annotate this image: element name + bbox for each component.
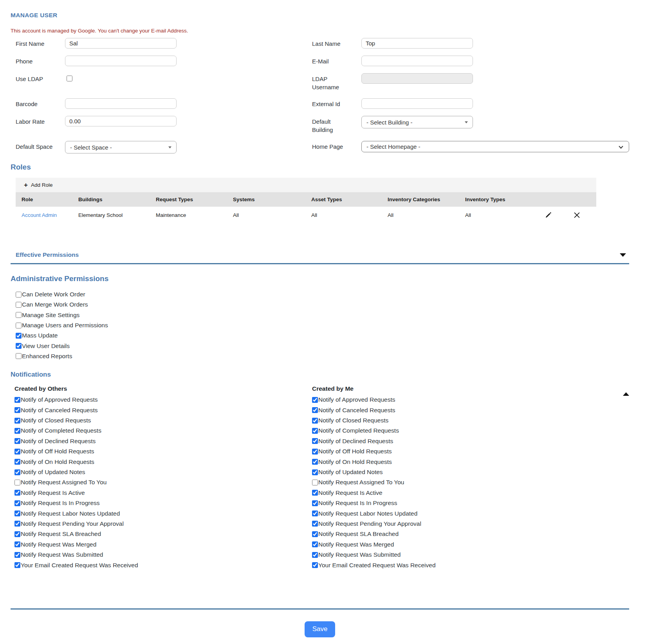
notification-checkbox[interactable]: [312, 407, 318, 413]
role-link[interactable]: Account Admin: [22, 212, 57, 218]
notification-item[interactable]: Notify of Off Hold Requests: [14, 446, 308, 456]
notification-item[interactable]: Notify of Canceled Requests: [312, 405, 629, 415]
notification-checkbox[interactable]: [14, 500, 20, 506]
notification-item[interactable]: Notify of Closed Requests: [14, 415, 308, 426]
notification-checkbox[interactable]: [312, 552, 318, 558]
notification-item[interactable]: Notify Request Pending Your Approval: [14, 519, 308, 529]
notification-checkbox[interactable]: [14, 428, 20, 434]
home-page-select[interactable]: - Select Homepage -: [361, 141, 629, 152]
notification-item[interactable]: Notify of Updated Notes: [14, 467, 308, 477]
edit-role-button[interactable]: [545, 212, 552, 218]
notification-checkbox[interactable]: [14, 562, 20, 568]
notification-item[interactable]: Notify Request Pending Your Approval: [312, 519, 629, 529]
notification-item[interactable]: Notify of Closed Requests: [312, 415, 629, 426]
default-space-select[interactable]: - Select Space -: [65, 141, 177, 153]
notification-checkbox[interactable]: [14, 438, 20, 444]
notification-item[interactable]: Notify of Approved Requests: [14, 395, 308, 405]
notification-item[interactable]: Notify of Declined Requests: [312, 436, 629, 446]
notification-checkbox[interactable]: [14, 531, 20, 537]
notification-checkbox[interactable]: [312, 511, 318, 516]
notification-item[interactable]: Notify of Completed Requests: [14, 426, 308, 436]
notification-item[interactable]: Notify of On Hold Requests: [312, 456, 629, 467]
notification-item[interactable]: Notify Request Labor Notes Updated: [14, 508, 308, 518]
notification-checkbox[interactable]: [312, 397, 318, 403]
default-building-select[interactable]: - Select Building -: [361, 116, 473, 128]
notification-checkbox[interactable]: [14, 511, 20, 516]
notification-checkbox[interactable]: [14, 469, 20, 475]
notification-checkbox[interactable]: [312, 459, 318, 465]
notification-item[interactable]: Notify of Completed Requests: [312, 426, 629, 436]
admin-permission-checkbox[interactable]: [16, 323, 22, 328]
add-role-button[interactable]: + Add Role: [24, 182, 52, 188]
notification-item[interactable]: Notify of On Hold Requests: [14, 456, 308, 467]
notification-item[interactable]: Notify Request Was Submitted: [14, 550, 308, 560]
notification-checkbox[interactable]: [312, 541, 318, 547]
notification-item[interactable]: Your Email Created Request Was Received: [14, 560, 308, 570]
notification-checkbox[interactable]: [312, 418, 318, 424]
notification-item[interactable]: Notify Request Labor Notes Updated: [312, 508, 629, 518]
admin-permission-item[interactable]: Manage Site Settings: [16, 310, 629, 320]
labor-rate-input[interactable]: [65, 116, 177, 126]
admin-permission-item[interactable]: Can Merge Work Orders: [16, 299, 629, 310]
admin-permission-item[interactable]: Can Delete Work Order: [16, 289, 629, 299]
notification-checkbox[interactable]: [312, 480, 318, 485]
notification-checkbox[interactable]: [14, 459, 20, 465]
admin-permission-item[interactable]: Manage Users and Permissions: [16, 320, 629, 330]
notification-checkbox[interactable]: [312, 562, 318, 568]
notification-item[interactable]: Notify Request SLA Breached: [14, 529, 308, 539]
email-input[interactable]: [361, 56, 473, 66]
notification-item[interactable]: Notify Request Is In Progress: [312, 498, 629, 508]
notification-checkbox[interactable]: [312, 469, 318, 475]
notification-checkbox[interactable]: [312, 531, 318, 537]
admin-permission-item[interactable]: View User Details: [16, 341, 629, 351]
notification-checkbox[interactable]: [14, 449, 20, 455]
notification-checkbox[interactable]: [14, 480, 20, 485]
notification-checkbox[interactable]: [312, 490, 318, 496]
notification-item[interactable]: Notify Request Is In Progress: [14, 498, 308, 508]
notification-checkbox[interactable]: [14, 418, 20, 424]
caret-down-icon[interactable]: [620, 253, 626, 257]
notification-checkbox[interactable]: [312, 521, 318, 527]
admin-permission-checkbox[interactable]: [16, 353, 22, 359]
notification-checkbox[interactable]: [14, 397, 20, 403]
notification-checkbox[interactable]: [312, 500, 318, 506]
notification-checkbox[interactable]: [14, 521, 20, 527]
admin-permission-item[interactable]: Enhanced Reports: [16, 351, 629, 361]
notification-item[interactable]: Notify of Off Hold Requests: [312, 446, 629, 456]
notification-item[interactable]: Notify Request Assigned To You: [312, 477, 629, 487]
notification-item[interactable]: Notify Request Was Merged: [312, 539, 629, 550]
notification-item[interactable]: Your Email Created Request Was Received: [312, 560, 629, 570]
notification-item[interactable]: Notify Request Was Submitted: [312, 550, 629, 560]
phone-input[interactable]: [65, 56, 177, 66]
notification-item[interactable]: Notify of Updated Notes: [312, 467, 629, 477]
first-name-input[interactable]: [65, 38, 177, 49]
notification-checkbox[interactable]: [14, 541, 20, 547]
notification-item[interactable]: Notify Request SLA Breached: [312, 529, 629, 539]
notification-checkbox[interactable]: [14, 407, 20, 413]
notification-item[interactable]: Notify Request Is Active: [14, 488, 308, 498]
admin-permission-item[interactable]: Mass Update: [16, 330, 629, 341]
external-id-input[interactable]: [361, 98, 473, 109]
notification-item[interactable]: Notify Request Assigned To You: [14, 477, 308, 487]
notification-checkbox[interactable]: [312, 428, 318, 434]
notification-item[interactable]: Notify of Declined Requests: [14, 436, 308, 446]
admin-permission-checkbox[interactable]: [16, 292, 22, 298]
notification-checkbox[interactable]: [312, 438, 318, 444]
notification-item[interactable]: Notify of Canceled Requests: [14, 405, 308, 415]
admin-permission-checkbox[interactable]: [16, 312, 22, 318]
admin-permission-checkbox[interactable]: [16, 302, 22, 308]
use-ldap-checkbox[interactable]: [67, 76, 72, 81]
caret-up-icon[interactable]: [623, 392, 629, 396]
last-name-input[interactable]: [361, 38, 473, 49]
save-button[interactable]: Save: [305, 621, 335, 637]
notification-checkbox[interactable]: [312, 449, 318, 455]
admin-permission-checkbox[interactable]: [16, 333, 22, 339]
notification-checkbox[interactable]: [14, 552, 20, 558]
barcode-input[interactable]: [65, 98, 177, 109]
notification-item[interactable]: Notify Request Is Active: [312, 488, 629, 498]
admin-permission-checkbox[interactable]: [16, 343, 22, 349]
notification-checkbox[interactable]: [14, 490, 20, 496]
notification-item[interactable]: Notify of Approved Requests: [312, 395, 629, 405]
notification-item[interactable]: Notify Request Was Merged: [14, 539, 308, 550]
remove-role-button[interactable]: [574, 212, 580, 218]
